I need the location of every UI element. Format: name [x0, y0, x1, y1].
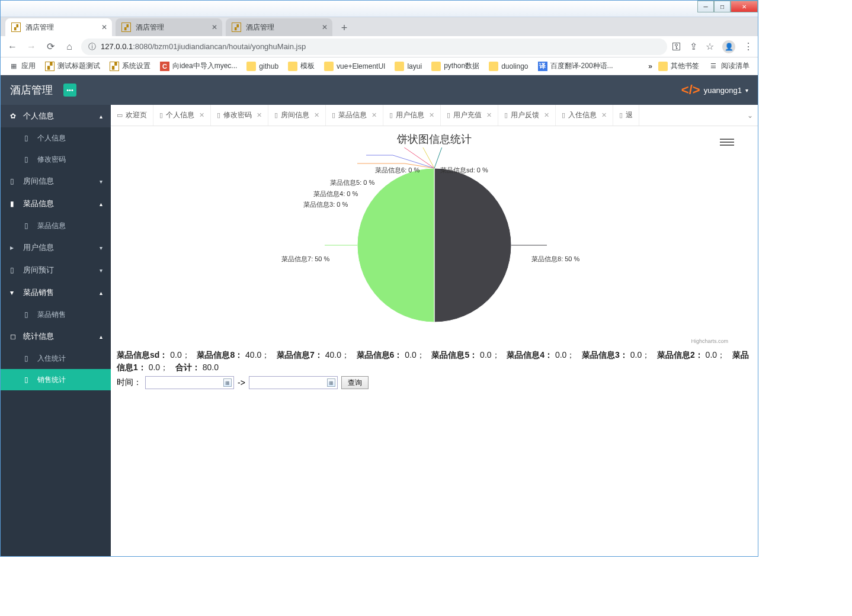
share-icon[interactable]: ⇪ [690, 41, 697, 52]
content-tab[interactable]: ▯用户充值✕ [441, 105, 498, 126]
tab-close-icon[interactable]: ✕ [257, 111, 262, 119]
file-icon: ▯ [332, 111, 335, 119]
browser-tab[interactable]: ▞酒店管理✕ [5, 18, 112, 36]
content-tab[interactable]: ▯入住信息✕ [556, 105, 613, 126]
tab-close-icon[interactable]: ✕ [371, 111, 377, 119]
chevron-up-icon: ▴ [100, 290, 103, 296]
tab-label: 退 [626, 110, 633, 120]
content-tab[interactable]: ▯退 [613, 105, 639, 126]
sidebar-label: 修改密码 [37, 155, 66, 165]
sidebar-item-personal[interactable]: ✿个人信息▴ [1, 105, 111, 127]
tab-close-icon[interactable]: ✕ [544, 111, 549, 119]
sidebar-sub-personal-info[interactable]: ▯个人信息 [1, 127, 111, 149]
bookmark-icon: ▞ [110, 62, 119, 71]
sidebar-item-booking[interactable]: ▯房间预订▾ [1, 259, 111, 281]
tab-close-icon[interactable]: ✕ [199, 111, 204, 119]
tab-overflow-button[interactable]: ⌄ [742, 111, 758, 120]
tab-close-icon[interactable]: ✕ [322, 23, 328, 31]
app-title: 酒店管理 [10, 83, 53, 97]
chart-menu-button[interactable] [720, 136, 734, 149]
content-tab[interactable]: ▯菜品信息✕ [326, 105, 383, 126]
bookmark[interactable]: layui [391, 60, 425, 73]
url-host: 127.0.0.1 [101, 42, 133, 51]
bookmarks-overflow[interactable]: » [648, 62, 652, 70]
window-close-button[interactable]: ✕ [731, 1, 758, 12]
address-bar[interactable]: ⓘ 127.0.0.1:8080/bzm01jiudiandiancan/hou… [81, 38, 667, 55]
sidebar-item-user[interactable]: ▸用户信息▾ [1, 236, 111, 259]
content-tab[interactable]: ▯个人信息✕ [153, 105, 211, 126]
window-maximize-button[interactable]: □ [714, 1, 731, 12]
apps-button[interactable]: ▦应用 [5, 59, 39, 73]
tab-close-icon[interactable]: ✕ [314, 111, 319, 119]
chevron-up-icon: ▴ [100, 333, 103, 340]
calendar-icon: ▦ [223, 378, 232, 387]
window-minimize-button[interactable]: ─ [697, 1, 714, 12]
folder-icon [658, 62, 668, 71]
sidebar-sub-sales-stats[interactable]: ▯销售统计 [1, 369, 111, 390]
sidebar-sub-dish-sales[interactable]: ▯菜品销售 [1, 304, 111, 325]
favicon-icon: ▞ [11, 23, 21, 32]
os-titlebar: ─ □ ✕ [1, 1, 758, 17]
pie-label: 菜品信息4: 0 % [313, 190, 358, 198]
home-button[interactable]: ⌂ [62, 40, 76, 54]
sidebar-item-room[interactable]: ▯房间信息▾ [1, 170, 111, 192]
content-tab-welcome[interactable]: ▭欢迎页 [111, 105, 153, 126]
browser-tab[interactable]: ▞酒店管理✕ [226, 18, 332, 36]
bookmark[interactable]: vue+ElementUI [321, 60, 389, 73]
file-icon: ▯ [562, 111, 565, 119]
content-tab[interactable]: ▯用户信息✕ [383, 105, 441, 126]
bookmark[interactable]: C向idea中导入myec... [156, 59, 241, 73]
sidebar-label: 房间预订 [23, 265, 54, 275]
bookmark[interactable]: ▞系统设置 [106, 59, 154, 73]
url-path: :8080/bzm01jiudiandiancan/houtai/yonghuM… [133, 42, 306, 51]
window-icon: ▭ [117, 111, 123, 119]
bookmark[interactable]: 模板 [284, 59, 318, 73]
date-to-input[interactable]: ▦ [249, 376, 338, 389]
sidebar-item-dish[interactable]: ▮菜品信息▴ [1, 192, 111, 215]
query-button[interactable]: 查询 [341, 376, 369, 389]
bookmark[interactable]: github [243, 60, 282, 73]
sidebar-label: 销售统计 [37, 375, 66, 385]
info-icon: ⓘ [88, 41, 96, 52]
bookmark[interactable]: 译百度翻译-200种语... [534, 59, 617, 73]
chevron-down-icon[interactable]: ▾ [745, 87, 748, 94]
menu-icon[interactable]: ⋮ [744, 41, 753, 52]
tab-close-icon[interactable]: ✕ [429, 111, 434, 119]
content-tab[interactable]: ▯修改密码✕ [211, 105, 268, 126]
sidebar-sub-dish-info[interactable]: ▯菜品信息 [1, 215, 111, 236]
forward-button[interactable]: → [24, 40, 39, 54]
sidebar-toggle-button[interactable]: ••• [63, 84, 76, 97]
bookmark[interactable]: python数据 [428, 59, 483, 73]
file-icon: ▯ [389, 111, 393, 119]
bookmark-label: 百度翻译-200种语... [550, 61, 613, 71]
key-icon[interactable]: ⚿ [672, 41, 681, 52]
sidebar-item-stats[interactable]: ◻统计信息▴ [1, 325, 111, 348]
username-label[interactable]: yuangong1 [704, 86, 742, 95]
bookmark[interactable]: ▞测试标题测试 [41, 59, 104, 73]
profile-icon[interactable]: 👤 [722, 40, 735, 53]
other-bookmarks[interactable]: 其他书签 [655, 59, 703, 73]
tab-close-icon[interactable]: ✕ [101, 23, 107, 31]
sidebar-item-sales[interactable]: ▾菜品销售▴ [1, 281, 111, 304]
chevron-down-icon: ▾ [100, 267, 103, 274]
reading-list[interactable]: ☰阅读清单 [705, 59, 753, 73]
date-from-input[interactable]: ▦ [145, 376, 234, 389]
tab-close-icon[interactable]: ✕ [486, 111, 492, 119]
sidebar-sub-checkin-stats[interactable]: ▯入住统计 [1, 348, 111, 369]
sidebar-sub-change-password[interactable]: ▯修改密码 [1, 149, 111, 170]
new-tab-button[interactable]: + [336, 20, 353, 36]
bookmark-icon: ▞ [45, 62, 55, 71]
chevron-down-icon: ▾ [100, 245, 103, 251]
content-tab[interactable]: ▯房间信息✕ [268, 105, 326, 126]
bookmark-label: 模板 [300, 61, 315, 71]
tab-close-icon[interactable]: ✕ [601, 111, 607, 119]
file-icon: ▯ [24, 134, 33, 142]
browser-tab[interactable]: ▞酒店管理✕ [116, 18, 222, 36]
content-tab[interactable]: ▯用户反馈✕ [498, 105, 556, 126]
bookmark-label: python数据 [444, 61, 479, 71]
star-icon[interactable]: ☆ [706, 41, 714, 52]
reload-button[interactable]: ⟳ [43, 40, 57, 54]
tab-close-icon[interactable]: ✕ [212, 23, 217, 31]
bookmark[interactable]: duolingo [485, 60, 531, 73]
back-button[interactable]: ← [5, 40, 20, 54]
